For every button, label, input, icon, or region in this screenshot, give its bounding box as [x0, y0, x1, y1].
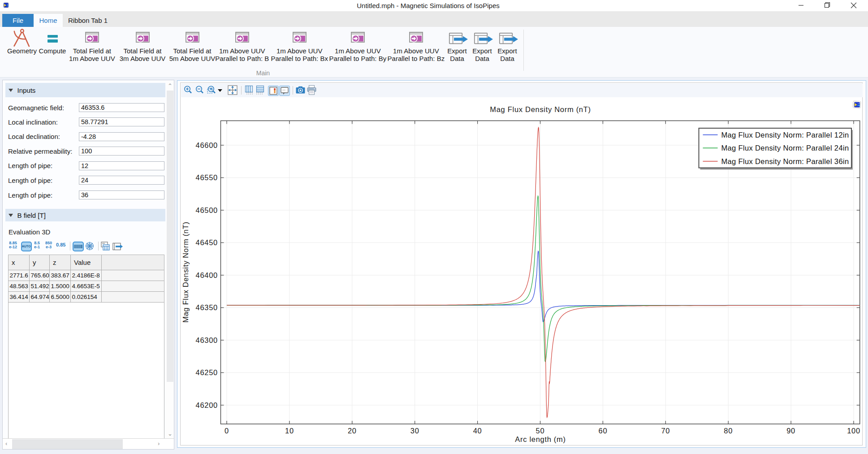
svg-text:Arc length (m): Arc length (m)	[515, 435, 566, 443]
svg-text:Mag Flux Density Norm (nT): Mag Flux Density Norm (nT)	[181, 221, 190, 322]
svg-text:80: 80	[724, 427, 733, 435]
svg-text:46350: 46350	[196, 303, 218, 311]
svg-text:46400: 46400	[196, 271, 218, 279]
svg-text:46500: 46500	[196, 206, 218, 214]
svg-text:50: 50	[536, 427, 545, 435]
svg-text:60: 60	[599, 427, 608, 435]
svg-text:Mag Flux Density Norm (nT): Mag Flux Density Norm (nT)	[490, 105, 591, 113]
svg-text:0: 0	[225, 427, 229, 435]
svg-text:20: 20	[348, 427, 357, 435]
svg-text:46550: 46550	[196, 173, 218, 182]
svg-text:46450: 46450	[196, 238, 218, 246]
svg-text:100: 100	[847, 427, 860, 435]
svg-text:40: 40	[473, 427, 482, 435]
svg-text:Mag Flux Density Norm: Paralle: Mag Flux Density Norm: Parallel 12in	[721, 131, 849, 139]
svg-text:46600: 46600	[196, 141, 218, 149]
svg-text:90: 90	[786, 427, 795, 435]
svg-text:46250: 46250	[196, 368, 218, 376]
svg-text:Mag Flux Density Norm: Paralle: Mag Flux Density Norm: Parallel 36in	[721, 157, 849, 165]
svg-text:46300: 46300	[196, 336, 218, 344]
svg-text:Mag Flux Density Norm: Paralle: Mag Flux Density Norm: Parallel 24in	[721, 144, 849, 152]
svg-text:46200: 46200	[196, 401, 218, 409]
svg-text:70: 70	[661, 427, 670, 435]
svg-text:10: 10	[285, 427, 294, 435]
svg-text:30: 30	[410, 427, 419, 435]
